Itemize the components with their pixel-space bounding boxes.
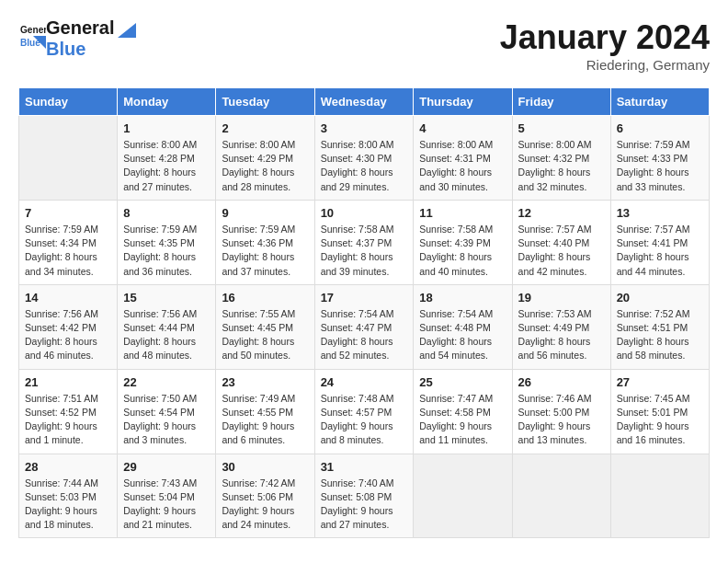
calendar-cell: 25Sunrise: 7:47 AM Sunset: 4:58 PM Dayli… [414, 369, 512, 454]
day-number: 24 [321, 375, 408, 389]
day-info: Sunrise: 7:59 AM Sunset: 4:33 PM Dayligh… [617, 138, 703, 194]
calendar-cell: 8Sunrise: 7:59 AM Sunset: 4:35 PM Daylig… [118, 200, 216, 284]
calendar-cell: 1Sunrise: 8:00 AM Sunset: 4:28 PM Daylig… [118, 116, 216, 201]
calendar-body: 1Sunrise: 8:00 AM Sunset: 4:28 PM Daylig… [19, 116, 710, 538]
calendar-cell: 23Sunrise: 7:49 AM Sunset: 4:55 PM Dayli… [216, 369, 314, 454]
day-info: Sunrise: 7:48 AM Sunset: 4:57 PM Dayligh… [321, 392, 408, 448]
day-info: Sunrise: 7:40 AM Sunset: 5:08 PM Dayligh… [321, 477, 408, 533]
calendar-cell: 22Sunrise: 7:50 AM Sunset: 4:54 PM Dayli… [118, 369, 216, 454]
day-number: 5 [518, 121, 605, 135]
day-info: Sunrise: 7:59 AM Sunset: 4:34 PM Dayligh… [25, 223, 111, 279]
svg-marker-3 [118, 23, 136, 38]
logo-wordmark: General Blue [46, 18, 136, 58]
day-number: 21 [25, 375, 111, 389]
calendar-cell: 26Sunrise: 7:46 AM Sunset: 5:00 PM Dayli… [512, 369, 610, 454]
day-number: 11 [419, 206, 506, 220]
day-number: 16 [222, 291, 308, 304]
calendar-cell: 24Sunrise: 7:48 AM Sunset: 4:57 PM Dayli… [314, 369, 414, 454]
col-tuesday: Tuesday [216, 88, 314, 116]
day-number: 4 [419, 121, 506, 135]
day-info: Sunrise: 7:57 AM Sunset: 4:40 PM Dayligh… [518, 223, 605, 279]
calendar-cell [512, 454, 610, 538]
day-info: Sunrise: 7:44 AM Sunset: 5:03 PM Dayligh… [25, 477, 111, 533]
calendar-cell: 28Sunrise: 7:44 AM Sunset: 5:03 PM Dayli… [19, 454, 118, 538]
day-info: Sunrise: 8:00 AM Sunset: 4:29 PM Dayligh… [222, 138, 308, 194]
calendar-cell: 19Sunrise: 7:53 AM Sunset: 4:49 PM Dayli… [512, 284, 610, 369]
day-number: 3 [321, 121, 408, 135]
day-number: 17 [321, 291, 408, 304]
day-info: Sunrise: 7:43 AM Sunset: 5:04 PM Dayligh… [123, 477, 210, 533]
col-friday: Friday [512, 88, 610, 116]
calendar-cell: 6Sunrise: 7:59 AM Sunset: 4:33 PM Daylig… [610, 116, 709, 201]
day-info: Sunrise: 7:59 AM Sunset: 4:36 PM Dayligh… [222, 223, 308, 279]
day-number: 18 [419, 291, 506, 304]
day-number: 20 [617, 291, 703, 304]
calendar-cell: 14Sunrise: 7:56 AM Sunset: 4:42 PM Dayli… [19, 284, 118, 369]
day-number: 25 [419, 375, 506, 389]
day-number: 31 [321, 460, 408, 474]
col-wednesday: Wednesday [314, 88, 414, 116]
day-number: 27 [617, 375, 703, 389]
logo-blue: Blue [46, 40, 136, 58]
day-info: Sunrise: 7:47 AM Sunset: 4:58 PM Dayligh… [419, 392, 506, 448]
page-header: General Blue General Blue January 2024 R… [18, 18, 710, 73]
calendar-week-1: 1Sunrise: 8:00 AM Sunset: 4:28 PM Daylig… [19, 116, 710, 201]
calendar-cell [610, 454, 709, 538]
day-number: 14 [25, 291, 111, 304]
day-number: 12 [518, 206, 605, 220]
calendar-cell: 12Sunrise: 7:57 AM Sunset: 4:40 PM Dayli… [512, 200, 610, 284]
day-number: 19 [518, 291, 605, 304]
calendar-week-3: 14Sunrise: 7:56 AM Sunset: 4:42 PM Dayli… [19, 284, 710, 369]
day-number: 13 [617, 206, 703, 220]
day-number: 10 [321, 206, 408, 220]
logo-icon: General Blue [20, 23, 46, 49]
header-row: Sunday Monday Tuesday Wednesday Thursday… [19, 88, 710, 116]
logo: General Blue General Blue [18, 18, 136, 58]
day-info: Sunrise: 7:59 AM Sunset: 4:35 PM Dayligh… [123, 223, 210, 279]
day-number: 8 [123, 206, 210, 220]
logo-general: General [46, 17, 114, 38]
calendar-cell: 5Sunrise: 8:00 AM Sunset: 4:32 PM Daylig… [512, 116, 610, 201]
location: Riedering, Germany [500, 57, 710, 73]
day-number: 15 [123, 291, 210, 304]
calendar-week-4: 21Sunrise: 7:51 AM Sunset: 4:52 PM Dayli… [19, 369, 710, 454]
day-info: Sunrise: 7:57 AM Sunset: 4:41 PM Dayligh… [617, 223, 703, 279]
day-info: Sunrise: 8:00 AM Sunset: 4:31 PM Dayligh… [419, 138, 506, 194]
svg-text:Blue: Blue [20, 38, 40, 48]
day-number: 1 [123, 121, 210, 135]
day-info: Sunrise: 7:46 AM Sunset: 5:00 PM Dayligh… [518, 392, 605, 448]
calendar-cell: 4Sunrise: 8:00 AM Sunset: 4:31 PM Daylig… [414, 116, 512, 201]
month-title: January 2024 [500, 18, 710, 57]
day-info: Sunrise: 8:00 AM Sunset: 4:30 PM Dayligh… [321, 138, 408, 194]
day-number: 6 [617, 121, 703, 135]
calendar-cell: 18Sunrise: 7:54 AM Sunset: 4:48 PM Dayli… [414, 284, 512, 369]
calendar-cell [414, 454, 512, 538]
calendar-cell: 17Sunrise: 7:54 AM Sunset: 4:47 PM Dayli… [314, 284, 414, 369]
col-sunday: Sunday [19, 88, 118, 116]
day-info: Sunrise: 7:58 AM Sunset: 4:39 PM Dayligh… [419, 223, 506, 279]
day-number: 7 [25, 206, 111, 220]
calendar-cell: 15Sunrise: 7:56 AM Sunset: 4:44 PM Dayli… [118, 284, 216, 369]
day-number: 2 [222, 121, 308, 135]
day-info: Sunrise: 7:52 AM Sunset: 4:51 PM Dayligh… [617, 307, 703, 363]
svg-text:General: General [20, 25, 46, 35]
day-number: 30 [222, 460, 308, 474]
calendar-table: Sunday Monday Tuesday Wednesday Thursday… [18, 87, 710, 538]
calendar-cell: 16Sunrise: 7:55 AM Sunset: 4:45 PM Dayli… [216, 284, 314, 369]
col-thursday: Thursday [414, 88, 512, 116]
day-info: Sunrise: 7:42 AM Sunset: 5:06 PM Dayligh… [222, 477, 308, 533]
calendar-cell: 30Sunrise: 7:42 AM Sunset: 5:06 PM Dayli… [216, 454, 314, 538]
day-info: Sunrise: 7:54 AM Sunset: 4:48 PM Dayligh… [419, 307, 506, 363]
day-info: Sunrise: 8:00 AM Sunset: 4:28 PM Dayligh… [123, 138, 210, 194]
day-number: 28 [25, 460, 111, 474]
logo-text: General Blue [18, 23, 46, 52]
day-info: Sunrise: 7:58 AM Sunset: 4:37 PM Dayligh… [321, 223, 408, 279]
day-info: Sunrise: 7:49 AM Sunset: 4:55 PM Dayligh… [222, 392, 308, 448]
day-number: 22 [123, 375, 210, 389]
day-info: Sunrise: 8:00 AM Sunset: 4:32 PM Dayligh… [518, 138, 605, 194]
col-monday: Monday [118, 88, 216, 116]
calendar-header: Sunday Monday Tuesday Wednesday Thursday… [19, 88, 710, 116]
day-number: 26 [518, 375, 605, 389]
calendar-cell: 7Sunrise: 7:59 AM Sunset: 4:34 PM Daylig… [19, 200, 118, 284]
calendar-cell: 29Sunrise: 7:43 AM Sunset: 5:04 PM Dayli… [118, 454, 216, 538]
